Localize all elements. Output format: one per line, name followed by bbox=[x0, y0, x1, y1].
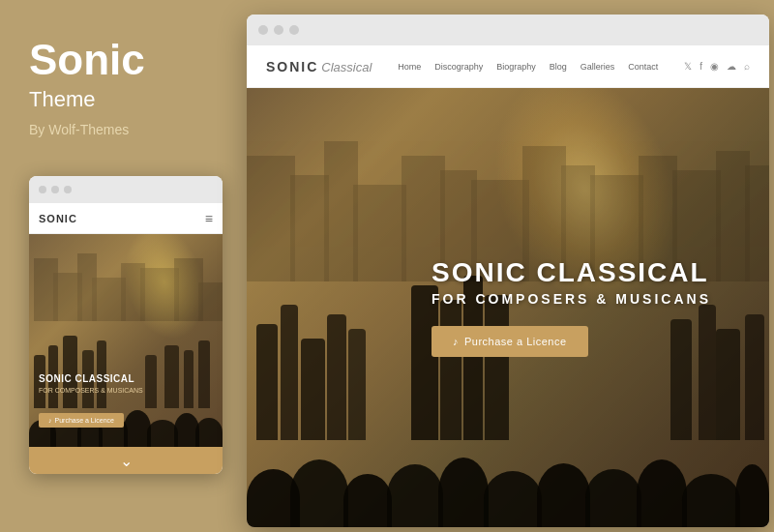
mobile-hero-title: SONIC CLASSICAL bbox=[39, 373, 143, 385]
desktop-dot-3 bbox=[289, 25, 299, 35]
mobile-arrow-bar[interactable]: ⌄ bbox=[29, 447, 223, 474]
mobile-browser-bar bbox=[29, 176, 223, 203]
desktop-nav-icons: 𝕏 f ◉ ☁ ⌕ bbox=[684, 61, 750, 72]
desktop-nav: SONIC Classical Home Discography Biograp… bbox=[247, 45, 769, 88]
instagram-icon[interactable]: ◉ bbox=[710, 61, 719, 72]
desktop-cta-label: Purchase a Licence bbox=[464, 336, 567, 347]
chevron-down-icon: ⌄ bbox=[120, 452, 133, 470]
mobile-hero-subtitle: FOR COMPOSERS & MUSICANS bbox=[39, 387, 143, 394]
mobile-music-icon: ♪ bbox=[48, 417, 52, 424]
nav-link-biography[interactable]: Biography bbox=[496, 62, 536, 72]
desktop-logo-sonic: SONIC bbox=[266, 59, 318, 74]
mobile-cta-label: Purchase a Licence bbox=[55, 417, 114, 424]
mobile-cta-button[interactable]: ♪ Purchase a Licence bbox=[39, 413, 124, 428]
desktop-hero: SONIC CLASSICAL FOR COMPOSERS & MUSICANS… bbox=[247, 88, 769, 527]
mobile-hero: SONIC CLASSICAL FOR COMPOSERS & MUSICANS… bbox=[29, 234, 223, 447]
desktop-hero-title-line2: FOR COMPOSERS & MUSICANS bbox=[432, 292, 711, 307]
search-icon[interactable]: ⌕ bbox=[744, 61, 750, 72]
desktop-hero-title-line1: SONIC CLASSICAL bbox=[432, 258, 711, 288]
desktop-nav-links: Home Discography Biography Blog Gallerie… bbox=[398, 62, 658, 72]
nav-link-home[interactable]: Home bbox=[398, 62, 421, 72]
desktop-preview: SONIC Classical Home Discography Biograp… bbox=[247, 15, 769, 527]
desktop-hero-title: SONIC CLASSICAL FOR COMPOSERS & MUSICANS bbox=[432, 258, 711, 307]
mobile-dot-1 bbox=[39, 186, 46, 193]
desktop-logo-classical: Classical bbox=[321, 60, 372, 74]
desktop-dot-1 bbox=[258, 25, 268, 35]
nav-link-galleries[interactable]: Galleries bbox=[580, 62, 615, 72]
theme-author: By Wolf-Themes bbox=[29, 122, 129, 137]
mobile-dot-3 bbox=[64, 186, 72, 193]
desktop-cta-button[interactable]: ♪ Purchase a Licence bbox=[432, 326, 588, 357]
mobile-orchestra bbox=[29, 311, 223, 408]
theme-title: Sonic bbox=[29, 39, 145, 81]
desktop-dot-2 bbox=[274, 25, 283, 35]
nav-link-contact[interactable]: Contact bbox=[628, 62, 658, 72]
mobile-buildings bbox=[29, 244, 223, 321]
mobile-preview: SONIC ≡ bbox=[29, 176, 223, 474]
mobile-hero-text: SONIC CLASSICAL FOR COMPOSERS & MUSICANS bbox=[39, 373, 143, 394]
nav-link-discography[interactable]: Discography bbox=[434, 62, 483, 72]
desktop-hero-content: SONIC CLASSICAL FOR COMPOSERS & MUSICANS… bbox=[432, 258, 711, 357]
mobile-dot-2 bbox=[51, 186, 59, 193]
nav-link-blog[interactable]: Blog bbox=[550, 62, 567, 72]
soundcloud-icon[interactable]: ☁ bbox=[727, 61, 736, 72]
twitter-icon[interactable]: 𝕏 bbox=[684, 61, 692, 72]
desktop-audience bbox=[247, 450, 769, 527]
theme-subtitle: Theme bbox=[29, 87, 95, 112]
hamburger-icon: ≡ bbox=[205, 211, 213, 226]
left-panel: Sonic Theme By Wolf-Themes SONIC ≡ bbox=[0, 0, 237, 532]
desktop-music-icon: ♪ bbox=[453, 336, 459, 347]
mobile-nav: SONIC ≡ bbox=[29, 203, 223, 234]
facebook-icon[interactable]: f bbox=[700, 61, 702, 72]
mobile-logo: SONIC bbox=[39, 213, 77, 224]
desktop-logo: SONIC Classical bbox=[266, 59, 372, 74]
desktop-browser-bar bbox=[247, 15, 769, 45]
